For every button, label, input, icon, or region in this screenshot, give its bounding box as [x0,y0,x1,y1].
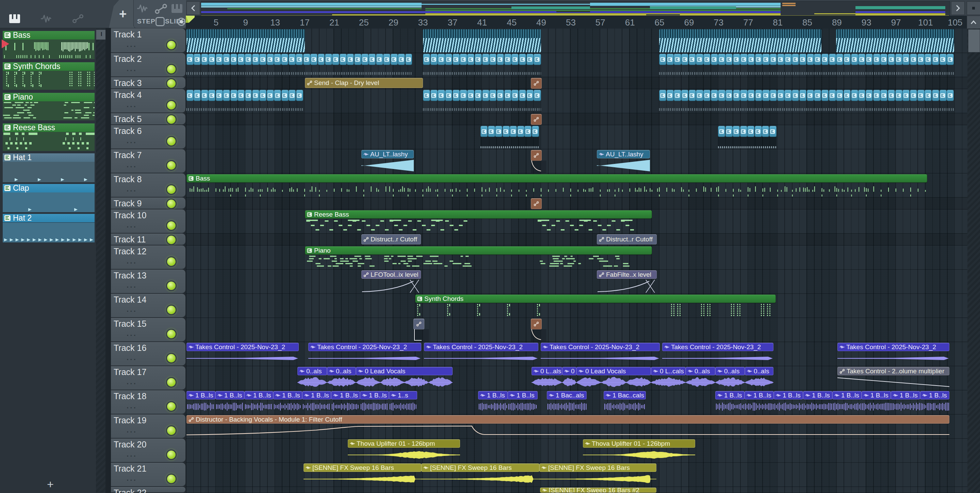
pattern-mini-clip[interactable] [725,90,733,101]
pattern-mini-clip[interactable] [430,54,438,65]
track-header[interactable]: Track 18··· [111,390,185,414]
track-mute-led[interactable] [166,425,177,436]
track-mute-led[interactable] [166,474,177,484]
pattern-mini-clip[interactable] [829,90,836,101]
pattern-mini-clip[interactable] [504,90,511,101]
track-mute-led[interactable] [166,136,177,147]
grid-track-row[interactable] [186,234,967,246]
pattern-mini-clip[interactable] [391,54,398,65]
pattern-mini-clip[interactable] [252,90,259,101]
pattern-mini-clip[interactable] [267,54,274,65]
automation-clip[interactable]: Distructor - Backing Vocals - Module 1: … [186,415,950,424]
pattern-mini-clip[interactable] [718,54,725,65]
audio-clip[interactable]: 0..als [327,367,356,376]
audio-clip[interactable]: 1 B..ls [508,391,538,399]
pattern-mini-clip[interactable] [703,90,711,101]
pattern-mini-clip[interactable] [667,90,674,101]
pattern-mini-clip[interactable] [792,90,799,101]
audio-clip[interactable]: 1 Bac..als [547,391,587,399]
pattern-mini-clip[interactable] [376,54,383,65]
audio-clip[interactable]: 1 Bac..cals [604,391,646,399]
track-mute-led[interactable] [166,281,177,291]
pattern-mini-clip[interactable] [237,54,245,65]
pattern-mini-clip[interactable] [460,90,467,101]
pattern-mini-clip[interactable] [405,54,412,65]
pattern-mini-clip[interactable] [755,90,762,101]
pattern-mini-clip[interactable] [296,90,303,101]
pattern-mini-clip[interactable] [888,90,895,101]
track-header[interactable]: Track 20··· [111,439,185,462]
pattern-mini-clip[interactable] [186,54,194,65]
pattern-mini-clip[interactable] [318,54,325,65]
pattern-mini-clip[interactable] [769,126,776,137]
pattern-mini-clip[interactable] [510,126,517,137]
pattern-mini-clip[interactable] [725,54,733,65]
audio-clip[interactable]: Takes Control - 2025-Nov-23_2 [308,343,421,351]
automation-clip[interactable]: LFOTool..ix level [361,270,421,279]
pattern-mini-clip[interactable] [880,54,888,65]
pattern-mini-clip[interactable] [504,54,511,65]
pattern-card-header[interactable]: Piano [3,93,95,101]
audio-clip[interactable]: 1 B..ls [803,391,832,399]
pattern-mini-clip[interactable] [940,54,947,65]
pattern-card-header[interactable]: Hat 2 [3,214,95,222]
pattern-mini-clip[interactable] [947,90,954,101]
pattern-mini-clip[interactable] [231,90,237,101]
track-mute-led[interactable] [166,235,177,245]
pattern-mini-clip[interactable] [423,90,430,101]
grid-track-row[interactable] [186,439,967,463]
pattern-mini-clip[interactable] [799,90,807,101]
pattern-clip[interactable]: Reese Bass [305,210,652,219]
audio-clip[interactable]: 1 B..ls [215,391,244,399]
track-options-dots[interactable]: ··· [127,283,137,292]
pattern-mini-clip[interactable] [438,90,445,101]
pattern-card[interactable]: Synth Chords [3,62,95,90]
grid-track-row[interactable] [186,269,967,294]
pattern-mini-clip[interactable] [288,90,296,101]
track-header[interactable]: Track 7··· [111,149,185,173]
track-mute-led[interactable] [166,220,177,231]
pattern-mini-clip[interactable] [748,90,755,101]
pattern-mini-clip[interactable] [245,90,252,101]
track-mute-led[interactable] [166,401,177,412]
audio-clip[interactable]: 0 L..cals [651,367,686,376]
pattern-mini-clip[interactable] [475,54,482,65]
audio-clip[interactable]: Thova Uplifter 01 - 126bpm [583,439,695,448]
pattern-card[interactable]: Reese Bass [3,124,95,152]
pattern-mini-clip[interactable] [453,54,460,65]
pattern-card-header[interactable]: Synth Chords [3,62,95,71]
pattern-mini-clip[interactable] [674,54,681,65]
audio-clip[interactable]: 0..als [715,367,745,376]
pattern-mini-clip[interactable] [770,54,777,65]
pattern-clip[interactable]: Piano [305,246,652,255]
pattern-mini-clip[interactable] [740,90,747,101]
track-mute-led[interactable] [166,450,177,460]
audio-clip[interactable]: Takes Control - 2025-Nov-23_2 [541,343,660,351]
pattern-card-header[interactable]: Reese Bass [3,124,95,132]
pattern-mini-clip[interactable] [438,54,445,65]
pattern-mini-clip[interactable] [947,54,954,65]
pattern-mini-clip[interactable] [755,126,762,137]
pattern-mini-clip[interactable] [733,126,740,137]
automation-mini-clip[interactable] [531,150,542,161]
track-options-dots[interactable]: ··· [127,102,137,111]
audio-clip[interactable]: [SENNE] FX Sweep 16 Bars [304,463,421,472]
pattern-mini-clip[interactable] [216,54,223,65]
picker-add-button[interactable]: + [43,478,57,490]
picker-scroll-strip[interactable]: I [96,29,106,493]
pattern-mini-clip[interactable] [223,54,230,65]
track-header[interactable]: Track 5 [111,113,185,124]
pattern-mini-clip[interactable] [932,54,939,65]
pattern-mini-clip[interactable] [296,54,303,65]
audio-clip[interactable]: [SENNE] FX Sweep 16 Bars [539,463,656,472]
pattern-mini-clip[interactable] [807,54,814,65]
track-mute-led[interactable] [166,184,177,195]
picker-tab-waveform[interactable] [40,14,52,24]
track-header[interactable]: Track 19··· [111,414,185,438]
pattern-mini-clip[interactable] [208,54,215,65]
grid-track-row[interactable] [186,113,967,125]
track-header[interactable]: Track 16··· [111,342,185,366]
pattern-mini-clip[interactable] [201,90,208,101]
audio-clip[interactable]: 1 B..ls [862,391,891,399]
pattern-mini-clip[interactable] [489,54,496,65]
